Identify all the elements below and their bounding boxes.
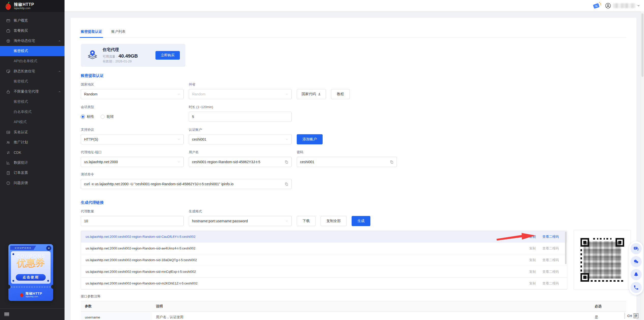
copy-link[interactable]: 复制 xyxy=(529,246,536,251)
topbar: % xyxy=(65,0,644,11)
copy-icon[interactable] xyxy=(285,160,288,164)
sidebar-item-cdk[interactable]: CDK xyxy=(0,147,65,158)
copy-link[interactable]: 复制 xyxy=(529,258,536,262)
id-card-icon xyxy=(6,130,10,134)
sidebar-item-real-name-auth[interactable]: 实名认证 xyxy=(0,127,65,137)
proxy-link-row: us.lajiaohttp.net:2000:ceshi002-region-R… xyxy=(81,254,567,266)
sidebar-item-data-statistics[interactable]: 数据统计 xyxy=(0,158,65,168)
use-coupon-button[interactable]: 点击使用 ☝ xyxy=(15,274,46,281)
protocol-select[interactable]: HTTP(S) xyxy=(81,134,184,144)
sidebar-item-label: API模式 xyxy=(14,120,27,124)
sidebar-item-label: 海外动态住宅 xyxy=(14,39,35,43)
duration-input[interactable]: 5 xyxy=(189,112,292,122)
ime-drag-handle[interactable] xyxy=(624,313,625,318)
coupon-ticket-icon[interactable]: % xyxy=(593,2,601,10)
sidebar-item-package-purchase[interactable]: 套餐购买 xyxy=(0,26,65,36)
sidebar-item-static-account-password-mode[interactable]: 账密模式 xyxy=(0,76,65,87)
view-qrcode-link[interactable]: 查看二维码 xyxy=(542,281,559,286)
ime-language[interactable]: CH xyxy=(627,314,632,318)
sidebar-item-label: API白名单模式 xyxy=(14,59,37,63)
generate-section-title: 生成代理链接 xyxy=(81,200,626,205)
sidebar-item-api-mode[interactable]: API模式 xyxy=(0,117,65,127)
sidebar-item-account-overview[interactable]: 账户概览 xyxy=(0,15,65,26)
proxy-links-list: us.lajiaohttp.net:2000:ceshi002-region-R… xyxy=(81,231,567,290)
proxy-link-row: us.lajiaohttp.net:2000:ceshi002-region-R… xyxy=(81,266,567,278)
sidebar-item-referral-plan[interactable]: 推广计划 xyxy=(0,137,65,147)
unlock-home-icon xyxy=(6,90,10,94)
traffic-label: 可用流量： xyxy=(103,55,119,58)
param-desc-cell: 用户名，认证使用 xyxy=(152,312,591,320)
collapse-menu-icon[interactable] xyxy=(4,313,9,316)
sidebar-item-order-invoice[interactable]: 订单发票 xyxy=(0,168,65,178)
country-code-button[interactable]: 国家代码 xyxy=(297,89,326,99)
username-label: 用户名 xyxy=(189,150,292,155)
table-row: username 用户名，认证使用 是 xyxy=(81,312,626,320)
proxy-link-url: us.lajiaohttp.net:2000:ceshi002-region-R… xyxy=(86,246,529,250)
radio-rotate[interactable]: 轮转 xyxy=(101,114,114,119)
tab-account-password-auth[interactable]: 账密提取认证 xyxy=(81,29,102,38)
qrcode-blurred-modules xyxy=(584,241,621,279)
sidebar-item-feedback[interactable]: 问题反馈 xyxy=(0,178,65,188)
globe-pin-icon xyxy=(6,39,10,43)
password-field[interactable]: ceshi001 xyxy=(297,157,397,167)
coupon-tag: COUPONS xyxy=(10,246,36,250)
qq-icon[interactable] xyxy=(631,269,642,280)
view-qrcode-link[interactable]: 查看二维码 xyxy=(542,246,559,251)
test-command-field[interactable]: curl -x us.lajiaohttp.net:2000 -U "ceshi… xyxy=(81,179,292,189)
sidebar-item-account-password-mode[interactable]: 账密模式 xyxy=(0,46,65,56)
proxy-host-select[interactable]: us.lajiaohttp.net:2000 xyxy=(81,157,184,167)
package-title: 住宅代理 xyxy=(103,47,138,52)
radio-sticky[interactable]: 粘性 xyxy=(81,114,94,119)
stats-chart-icon xyxy=(6,161,10,165)
buy-now-button[interactable]: 立即购买 xyxy=(155,51,180,60)
chat-service-icon[interactable] xyxy=(631,243,642,254)
ime-mode[interactable]: 拼 xyxy=(634,313,638,318)
ime-indicator[interactable]: CH 拼 xyxy=(624,313,638,318)
sidebar-item-api-whitelist-mode[interactable]: API白名单模式 xyxy=(0,56,65,66)
param-name-cell: username xyxy=(81,312,152,320)
wechat-icon[interactable] xyxy=(631,256,642,267)
country-select[interactable]: Random xyxy=(81,89,184,99)
view-qrcode-link[interactable]: 查看二维码 xyxy=(542,258,559,262)
state-select[interactable]: Random xyxy=(189,89,292,99)
coupon-panel: COUPONS 优惠券 点击使用 ☝ xyxy=(11,251,51,284)
chevron-up-icon xyxy=(58,40,61,42)
sidebar-item-whitelist-mode[interactable]: 白名单模式 xyxy=(0,107,65,117)
tutorial-button[interactable]: 教程 xyxy=(331,89,350,99)
tab-bar: 账密提取认证 账户列表 xyxy=(81,29,626,38)
copy-link[interactable]: 复制 xyxy=(529,270,536,274)
copy-icon[interactable] xyxy=(390,160,394,164)
sidebar-item-unlimited-account-password-mode[interactable]: 账密模式 xyxy=(0,97,65,107)
user-menu[interactable] xyxy=(605,3,640,9)
username-field[interactable]: ceshi001-region-Random-sid-45862Y3J-t-5 xyxy=(189,157,292,167)
view-qrcode-link[interactable]: 查看二维码 xyxy=(542,270,559,274)
radio-dot xyxy=(101,115,105,119)
tab-account-list[interactable]: 账户列表 xyxy=(111,29,125,38)
sidebar-item-label: 静态长效住宅 xyxy=(14,69,35,74)
copy-icon[interactable] xyxy=(285,182,288,186)
phone-icon[interactable] xyxy=(631,282,642,293)
sidebar-group-overseas-dynamic[interactable]: 海外动态住宅 xyxy=(0,36,65,46)
list-scrollbar-thumb[interactable] xyxy=(565,232,567,264)
brand-subtitle: lajiaohttp.com xyxy=(14,7,34,10)
copy-all-button[interactable]: 复制全部 xyxy=(321,216,347,226)
view-qrcode-link[interactable]: 查看二维码 xyxy=(542,234,559,239)
generate-button[interactable]: 生成 xyxy=(352,216,370,226)
sidebar-item-label: CDK xyxy=(14,150,21,155)
auth-account-select[interactable]: ceshi001 xyxy=(189,134,292,144)
copy-link[interactable]: 复制 xyxy=(529,281,536,286)
red-pointer-arrow xyxy=(496,231,537,242)
quantity-input[interactable]: 10 xyxy=(81,216,184,226)
sidebar-group-unlimited-residential[interactable]: 不限量住宅代理 xyxy=(0,87,65,97)
chevron-down-icon xyxy=(285,220,288,223)
brand-logo[interactable]: 辣椒HTTP lajiaohttp.com xyxy=(0,0,65,12)
scrollbar-thumb[interactable] xyxy=(641,13,643,77)
coupon-popup[interactable]: COUPONS ✕ COUPONS 优惠券 点击使用 ☝ 辣椒HTT xyxy=(8,244,53,301)
close-icon[interactable]: ✕ xyxy=(46,246,51,251)
download-button[interactable]: 下载 xyxy=(297,216,316,226)
chevron-down-icon xyxy=(177,93,180,96)
add-account-button[interactable]: 添加账户 xyxy=(297,134,323,144)
format-select[interactable]: hostname:port:username:password xyxy=(189,216,292,226)
sidebar-group-static-residential[interactable]: 静态长效住宅 xyxy=(0,66,65,76)
protocol-label: 支持协议 xyxy=(81,127,184,132)
